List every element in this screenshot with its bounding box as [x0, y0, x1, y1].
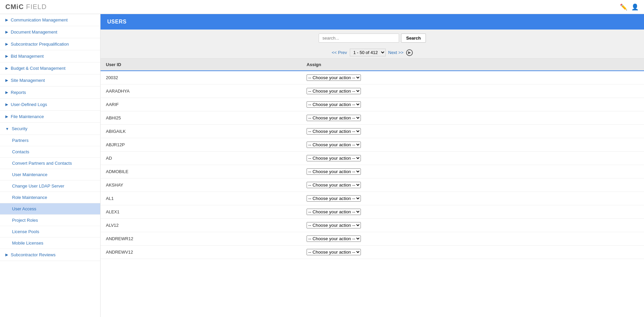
sidebar-subitem-convert-partners-contacts[interactable]: Convert Partners and Contacts	[0, 158, 100, 169]
sidebar-item-communication-management[interactable]: ▶ Communication Management	[0, 14, 100, 26]
search-button[interactable]: Search	[401, 34, 426, 43]
cell-assign: -- Choose your action --Assign RolesRemo…	[301, 178, 644, 192]
chevron-right-icon: ▶	[5, 253, 8, 257]
action-select[interactable]: -- Choose your action --Assign RolesRemo…	[307, 235, 361, 242]
action-select[interactable]: -- Choose your action --Assign RolesRemo…	[307, 88, 361, 94]
sidebar-item-file-maintenance[interactable]: ▶ File Maintenance	[0, 111, 100, 123]
sidebar-item-user-defined-logs[interactable]: ▶ User-Defined Logs	[0, 99, 100, 111]
action-select[interactable]: -- Choose your action --Assign RolesRemo…	[307, 74, 361, 81]
chevron-right-icon: ▶	[5, 42, 8, 46]
sidebar: ▶ Communication Management ▶ Document Ma…	[0, 14, 101, 317]
prev-page-link[interactable]: << Prev	[332, 50, 347, 55]
chevron-right-icon: ▶	[5, 102, 8, 107]
sidebar-item-subcontractor-reviews[interactable]: ▶ Subcontractor Reviews	[0, 249, 100, 261]
cell-user-id: ALV12	[101, 219, 301, 232]
sidebar-subitem-mobile-licenses[interactable]: Mobile Licenses	[0, 237, 100, 249]
table-row: ABHI25-- Choose your action --Assign Rol…	[101, 111, 644, 125]
sidebar-subitem-license-pools[interactable]: License Pools	[0, 226, 100, 237]
cell-user-id: ABJR12P	[101, 138, 301, 152]
cell-assign: -- Choose your action --Assign RolesRemo…	[301, 219, 644, 232]
action-select[interactable]: -- Choose your action --Assign RolesRemo…	[307, 115, 361, 121]
next-page-link[interactable]: Next >>	[388, 50, 404, 55]
sidebar-item-budget-cost-management[interactable]: ▶ Budget & Cost Management	[0, 62, 100, 74]
chevron-down-icon: ▼	[5, 127, 9, 131]
sidebar-subitem-change-user-ldap-server[interactable]: Change User LDAP Server	[0, 180, 100, 192]
users-table: User ID Assign 20032-- Choose your actio…	[101, 59, 644, 259]
sidebar-subitem-contacts[interactable]: Contacts	[0, 146, 100, 158]
action-select[interactable]: -- Choose your action --Assign RolesRemo…	[307, 209, 361, 215]
cell-assign: -- Choose your action --Assign RolesRemo…	[301, 152, 644, 165]
sidebar-item-subcontractor-prequalification[interactable]: ▶ Subcontractor Prequalification	[0, 38, 100, 50]
user-icon[interactable]: 👤	[631, 3, 639, 11]
col-user-id: User ID	[101, 59, 301, 71]
cell-user-id: ADMOBILE	[101, 165, 301, 178]
chevron-right-icon: ▶	[5, 114, 8, 119]
table-row: AARIF-- Choose your action --Assign Role…	[101, 98, 644, 111]
table-row: ABJR12P-- Choose your action --Assign Ro…	[101, 138, 644, 152]
action-select[interactable]: -- Choose your action --Assign RolesRemo…	[307, 195, 361, 202]
action-select[interactable]: -- Choose your action --Assign RolesRemo…	[307, 142, 361, 148]
chevron-right-icon: ▶	[5, 30, 8, 34]
cell-user-id: AARIF	[101, 98, 301, 111]
action-select[interactable]: -- Choose your action --Assign RolesRemo…	[307, 128, 361, 135]
cell-assign: -- Choose your action --Assign RolesRemo…	[301, 98, 644, 111]
cell-assign: -- Choose your action --Assign RolesRemo…	[301, 138, 644, 152]
sidebar-item-security[interactable]: ▼ Security	[0, 123, 100, 135]
cell-assign: -- Choose your action --Assign RolesRemo…	[301, 71, 644, 85]
main-content: USERS Search << Prev 1 - 50 of 412 Next …	[101, 14, 644, 317]
header-icons: ✏️ 👤	[620, 3, 639, 11]
sidebar-subitem-role-maintenance[interactable]: Role Maintenance	[0, 192, 100, 203]
cell-user-id: 20032	[101, 71, 301, 85]
cell-assign: -- Choose your action --Assign RolesRemo…	[301, 111, 644, 125]
action-select[interactable]: -- Choose your action --Assign RolesRemo…	[307, 101, 361, 108]
app-header: CMiC FIELD ✏️ 👤	[0, 0, 644, 14]
pagination-settings-icon[interactable]: ▶	[406, 49, 413, 56]
app-logo: CMiC FIELD	[5, 3, 47, 11]
cell-assign: -- Choose your action --Assign RolesRemo…	[301, 246, 644, 259]
table-row: ALV12-- Choose your action --Assign Role…	[101, 219, 644, 232]
cell-user-id: ABHI25	[101, 111, 301, 125]
sidebar-item-site-management[interactable]: ▶ Site Management	[0, 74, 100, 87]
sidebar-subitem-user-maintenance[interactable]: User Maintenance	[0, 169, 100, 180]
cell-user-id: ABIGAILK	[101, 125, 301, 138]
cell-assign: -- Choose your action --Assign RolesRemo…	[301, 205, 644, 219]
search-bar: Search	[101, 30, 644, 47]
sidebar-subitem-user-access[interactable]: User Access	[0, 203, 100, 215]
page-range-select[interactable]: 1 - 50 of 412	[350, 49, 386, 56]
table-row: AD-- Choose your action --Assign RolesRe…	[101, 152, 644, 165]
page-title: USERS	[101, 14, 644, 30]
main-layout: ▶ Communication Management ▶ Document Ma…	[0, 14, 644, 317]
col-assign: Assign	[301, 59, 644, 71]
chevron-right-icon: ▶	[5, 18, 8, 22]
chevron-right-icon: ▶	[5, 66, 8, 70]
sidebar-item-reports[interactable]: ▶ Reports	[0, 87, 100, 99]
table-row: ABIGAILK-- Choose your action --Assign R…	[101, 125, 644, 138]
cell-user-id: AARADHYA	[101, 85, 301, 98]
edit-icon[interactable]: ✏️	[620, 3, 627, 11]
search-input[interactable]	[319, 34, 399, 43]
users-table-container: User ID Assign 20032-- Choose your actio…	[101, 59, 644, 317]
sidebar-item-document-management[interactable]: ▶ Document Management	[0, 26, 100, 38]
table-row: AKSHAY-- Choose your action --Assign Rol…	[101, 178, 644, 192]
sidebar-item-bid-management[interactable]: ▶ Bid Management	[0, 50, 100, 62]
action-select[interactable]: -- Choose your action --Assign RolesRemo…	[307, 222, 361, 228]
table-row: 20032-- Choose your action --Assign Role…	[101, 71, 644, 85]
chevron-right-icon: ▶	[5, 90, 8, 95]
action-select[interactable]: -- Choose your action --Assign RolesRemo…	[307, 249, 361, 255]
action-select[interactable]: -- Choose your action --Assign RolesRemo…	[307, 168, 361, 175]
table-row: ANDREWR12-- Choose your action --Assign …	[101, 232, 644, 246]
pagination-bar: << Prev 1 - 50 of 412 Next >> ▶	[101, 47, 644, 59]
cell-user-id: ANDREWV12	[101, 246, 301, 259]
table-row: AARADHYA-- Choose your action --Assign R…	[101, 85, 644, 98]
action-select[interactable]: -- Choose your action --Assign RolesRemo…	[307, 182, 361, 188]
sidebar-subitem-project-roles[interactable]: Project Roles	[0, 215, 100, 226]
sidebar-subitem-partners[interactable]: Partners	[0, 135, 100, 146]
action-select[interactable]: -- Choose your action --Assign RolesRemo…	[307, 155, 361, 161]
cell-assign: -- Choose your action --Assign RolesRemo…	[301, 165, 644, 178]
cell-user-id: AD	[101, 152, 301, 165]
chevron-right-icon: ▶	[5, 54, 8, 58]
cell-user-id: ANDREWR12	[101, 232, 301, 246]
table-header-row: User ID Assign	[101, 59, 644, 71]
table-row: ADMOBILE-- Choose your action --Assign R…	[101, 165, 644, 178]
cell-assign: -- Choose your action --Assign RolesRemo…	[301, 192, 644, 205]
